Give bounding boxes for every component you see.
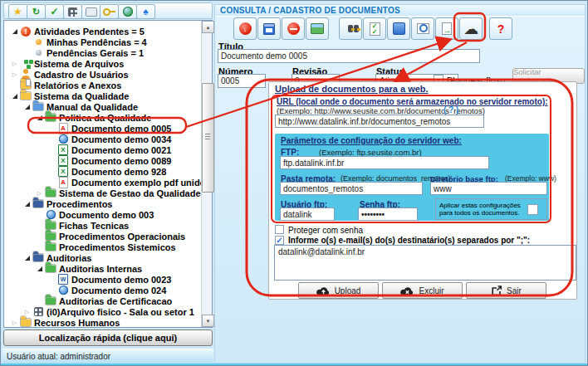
tree-item-label: Documento demo 003: [59, 210, 154, 220]
tree-item[interactable]: ▷(i0)Arquivo fisico - Sala ou setor 1: [4, 306, 212, 317]
usuario-ftp-input[interactable]: [280, 207, 335, 221]
tree-item[interactable]: Auditorias de Certificacao: [4, 295, 212, 306]
tree-item[interactable]: Politica da Qualidade: [4, 112, 212, 123]
copy-button[interactable]: [387, 17, 410, 40]
tree-item[interactable]: Fichas Tecnicas: [4, 220, 212, 231]
expand-arrow-icon[interactable]: ▷: [35, 190, 44, 197]
tree-item-label: Documento demo 0023: [71, 275, 171, 285]
status-bar: Usuário atual: administrador: [2, 349, 213, 364]
tree-item[interactable]: Auditorias Internas: [4, 263, 212, 274]
tree-item[interactable]: Documento demo 003: [4, 209, 212, 220]
preview-button[interactable]: [411, 17, 434, 40]
tree-item[interactable]: Auditorias: [4, 252, 212, 263]
url-help-link[interactable]: ( ? ): [443, 105, 458, 115]
quick-find-button[interactable]: Localização rápida (clique aqui): [3, 329, 213, 346]
excluir-button[interactable]: Excluir: [382, 282, 463, 299]
folder-green-icon: [44, 231, 57, 242]
tree-item[interactable]: ▷Sistema de Arquivos: [4, 58, 212, 69]
preview-icon: [417, 23, 429, 34]
tree-item[interactable]: Documento demo 0005: [4, 123, 212, 134]
expand-arrow-icon[interactable]: [35, 115, 44, 120]
scrollbar-thumb[interactable]: [202, 83, 214, 193]
alert-icon: [19, 26, 32, 37]
expand-arrow-icon[interactable]: ▷: [10, 71, 19, 78]
tree-item[interactable]: Atividades Pendentes = 5: [4, 26, 212, 37]
apply-config-checkbox[interactable]: [527, 204, 538, 215]
save-button[interactable]: [257, 17, 281, 40]
binoculars-button[interactable]: [339, 17, 362, 40]
expand-arrow-icon[interactable]: [10, 29, 19, 34]
expand-arrow-icon[interactable]: ▷: [10, 61, 19, 67]
left-toolbar: [3, 2, 213, 19]
key-button[interactable]: [100, 4, 119, 19]
folder-yellow-icon: [19, 317, 32, 328]
expand-arrow-icon[interactable]: ▷: [10, 320, 19, 326]
export-button[interactable]: [435, 17, 458, 40]
tree-item[interactable]: Relatórios e Anexos: [4, 80, 212, 90]
url-input[interactable]: [275, 115, 484, 128]
numero-input[interactable]: [218, 74, 266, 88]
diretorio-input[interactable]: [430, 182, 547, 195]
checklist-button[interactable]: [363, 17, 386, 40]
tree-item[interactable]: ▷Cadastro de Usuários: [4, 69, 212, 80]
checklist-icon: [370, 22, 380, 36]
scroll-down-icon[interactable]: ▼: [202, 315, 214, 327]
refresh-button[interactable]: [27, 4, 46, 19]
folder-green-icon: [44, 188, 57, 198]
upload-button[interactable]: Upload: [298, 282, 379, 299]
image-button[interactable]: [306, 17, 329, 40]
titulo-input[interactable]: [218, 49, 480, 63]
expand-arrow-icon[interactable]: [22, 105, 32, 110]
cloud-up-icon: [316, 285, 331, 296]
chat-button[interactable]: [81, 4, 100, 19]
senha-ftp-input[interactable]: [358, 207, 418, 221]
globe-button[interactable]: [118, 4, 137, 19]
folder-blue-icon: [32, 101, 45, 112]
expand-arrow-icon[interactable]: [22, 202, 32, 207]
scroll-up-icon[interactable]: ▲: [202, 21, 214, 33]
tree-item[interactable]: Documento demo 024: [4, 285, 212, 295]
email-textarea[interactable]: datalink@datalink.inf.br: [274, 245, 576, 281]
expand-arrow-icon[interactable]: [35, 266, 44, 271]
new-document-button[interactable]: [233, 17, 257, 40]
folder-green-icon: [44, 263, 57, 274]
spade-button[interactable]: [136, 4, 155, 19]
grid-button[interactable]: [63, 4, 82, 19]
sair-button[interactable]: Sair: [466, 282, 546, 299]
pdf-icon: [56, 177, 70, 188]
tree-item[interactable]: Documento demo 0021: [4, 144, 212, 155]
document-toolbar: [215, 17, 585, 41]
tree-item[interactable]: Documento demo 0089: [4, 155, 212, 166]
email-checkbox[interactable]: [275, 236, 284, 245]
expand-arrow-icon[interactable]: [22, 256, 32, 261]
tree-item[interactable]: Manual da Qualidade: [4, 101, 212, 112]
status-text: Usuário atual: administrador: [7, 352, 110, 361]
proteger-senha-checkbox[interactable]: [275, 225, 284, 234]
delete-button[interactable]: [282, 17, 305, 40]
tree-item[interactable]: Documento demo 928: [4, 166, 212, 177]
star-button[interactable]: [8, 4, 27, 19]
pasta-remota-input[interactable]: [280, 182, 423, 195]
tree-item[interactable]: ▷Recursos Humanos: [4, 317, 212, 328]
tree-item[interactable]: Documento demo 0023: [4, 274, 212, 285]
copy-icon: [393, 22, 405, 35]
tree-item-label: Documento demo 0005: [71, 124, 171, 134]
tree-item-label: Recursos Humanos: [34, 318, 120, 328]
grid-icon: [68, 7, 77, 17]
tree-item[interactable]: Procedimentos Operacionais: [4, 231, 212, 242]
tree-item[interactable]: Pendências Gerais = 1: [4, 47, 212, 58]
expand-arrow-icon[interactable]: ▷: [22, 309, 32, 315]
expand-arrow-icon[interactable]: [10, 94, 19, 99]
cloud-upload-button[interactable]: [459, 17, 483, 40]
ftp-input[interactable]: [280, 156, 489, 169]
tree-item[interactable]: Documento exemplo pdf unido: [4, 177, 212, 188]
help-button[interactable]: [489, 17, 512, 40]
tree-item-label: Auditorias Internas: [59, 264, 142, 274]
tree-item[interactable]: Procedimentos: [4, 198, 212, 209]
check-button[interactable]: [45, 4, 64, 19]
tree-item-label: Auditorias de Certificacao: [59, 296, 172, 306]
help-icon: [497, 22, 505, 36]
tree-item[interactable]: Documento demo 0034: [4, 134, 212, 144]
tree-scrollbar[interactable]: ▲ ▼: [201, 21, 212, 327]
tree-item[interactable]: Minhas Pendências = 4: [4, 37, 212, 47]
